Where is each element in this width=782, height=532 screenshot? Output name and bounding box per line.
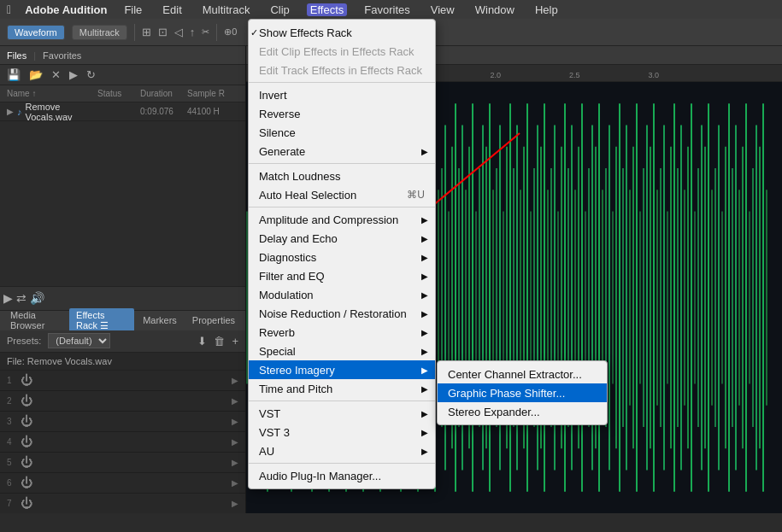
tab-markers[interactable]: Markers bbox=[136, 313, 184, 327]
effect-slot-6[interactable]: 6⏻▶ bbox=[0, 473, 245, 494]
menu-amplitude[interactable]: Amplitude and Compression bbox=[249, 210, 435, 229]
apple-menu[interactable]:  bbox=[7, 3, 11, 16]
show-effects-rack-label: Show Effects Rack bbox=[259, 26, 352, 39]
svg-rect-118 bbox=[646, 126, 648, 471]
multitrack-button[interactable]: Multitrack bbox=[72, 25, 127, 40]
menu-match-loudness[interactable]: Match Loudness bbox=[249, 167, 435, 185]
effect-slot-1[interactable]: 1⏻▶ bbox=[0, 371, 245, 391]
transport-volume[interactable]: 🔊 bbox=[30, 291, 44, 305]
menu-generate[interactable]: Generate bbox=[249, 142, 435, 161]
favorites-tab[interactable]: Favorites bbox=[43, 50, 81, 61]
transport-loop[interactable]: ⇄ bbox=[16, 291, 26, 305]
open-file-button[interactable]: 📂 bbox=[26, 67, 46, 83]
menu-special[interactable]: Special bbox=[249, 342, 435, 360]
play-file-button[interactable]: ▶ bbox=[66, 67, 81, 83]
menu-invert[interactable]: Invert bbox=[249, 85, 435, 104]
match-loudness-label: Match Loudness bbox=[259, 170, 340, 183]
menu-stereo-imagery[interactable]: Stereo Imagery Center Channel Extractor.… bbox=[249, 360, 435, 379]
menu-au[interactable]: AU bbox=[249, 441, 435, 460]
menu-show-effects-rack[interactable]: Show Effects Rack bbox=[249, 23, 435, 42]
noise-reduction-label: Noise Reduction / Restoration bbox=[259, 307, 407, 320]
menu-favorites[interactable]: Favorites bbox=[361, 3, 413, 16]
menu-delay-echo[interactable]: Delay and Echo bbox=[249, 229, 435, 248]
menu-sep-4 bbox=[249, 400, 435, 401]
menu-edit[interactable]: Edit bbox=[159, 3, 185, 16]
svg-rect-114 bbox=[632, 147, 634, 449]
auto-heal-shortcut: ⌘U bbox=[407, 189, 425, 201]
svg-rect-78 bbox=[509, 103, 511, 492]
bottom-tabs: Media Browser Effects Rack ☰ Markers Pro… bbox=[0, 310, 245, 330]
filter-eq-label: Filter and EQ bbox=[259, 270, 325, 283]
svg-rect-113 bbox=[629, 190, 631, 406]
menu-modulation[interactable]: Modulation bbox=[249, 285, 435, 304]
toolbar-level: ⊕0 bbox=[224, 26, 237, 38]
effects-rack: Presets: (Default) ⬇ 🗑 + File: Remove Vo… bbox=[0, 330, 245, 514]
files-list: ▶ ♪ Remove Vocals.wav 0:09.076 44100 H bbox=[0, 102, 245, 286]
delay-echo-label: Delay and Echo bbox=[259, 232, 338, 245]
waveform-button[interactable]: Waveform bbox=[7, 25, 65, 40]
effect-slot-7[interactable]: 7⏻▶ bbox=[0, 494, 245, 514]
submenu-center-channel[interactable]: Center Channel Extractor... bbox=[438, 365, 607, 383]
file-item[interactable]: ▶ ♪ Remove Vocals.wav 0:09.076 44100 H bbox=[0, 102, 245, 121]
files-tab[interactable]: Files bbox=[7, 50, 26, 61]
menu-auto-heal[interactable]: Auto Heal Selection ⌘U bbox=[249, 185, 435, 204]
submenu-stereo-expander[interactable]: Stereo Expander... bbox=[438, 402, 607, 421]
special-label: Special bbox=[259, 345, 296, 358]
svg-rect-145 bbox=[738, 190, 740, 406]
menu-window[interactable]: Window bbox=[472, 3, 518, 16]
effect-slot-4[interactable]: 4⏻▶ bbox=[0, 432, 245, 453]
menu-edit-clip-effects: Edit Clip Effects in Effects Rack bbox=[249, 42, 435, 61]
menu-clip[interactable]: Clip bbox=[267, 3, 292, 16]
svg-rect-138 bbox=[714, 168, 716, 427]
svg-rect-62 bbox=[455, 103, 456, 492]
transport-play[interactable]: ▶ bbox=[3, 291, 13, 305]
loop-file-button[interactable]: ↻ bbox=[83, 67, 99, 83]
svg-rect-122 bbox=[660, 168, 661, 427]
svg-rect-144 bbox=[735, 126, 737, 471]
menu-multitrack[interactable]: Multitrack bbox=[199, 3, 254, 16]
svg-rect-153 bbox=[766, 190, 767, 406]
menu-diagnostics[interactable]: Diagnostics bbox=[249, 248, 435, 266]
tab-properties[interactable]: Properties bbox=[185, 313, 242, 327]
reverb-label: Reverb bbox=[259, 326, 295, 339]
effect-slot-2[interactable]: 2⏻▶ bbox=[0, 391, 245, 412]
svg-rect-127 bbox=[677, 168, 679, 427]
menu-view[interactable]: View bbox=[427, 3, 458, 16]
graphic-phase-label: Graphic Phase Shifter... bbox=[448, 387, 565, 400]
effect-slot-5[interactable]: 5⏻▶ bbox=[0, 453, 245, 473]
presets-download-icon[interactable]: ⬇ bbox=[197, 335, 207, 348]
svg-rect-130 bbox=[687, 147, 689, 449]
menu-reverb[interactable]: Reverb bbox=[249, 323, 435, 342]
menu-time-pitch[interactable]: Time and Pitch bbox=[249, 379, 435, 398]
svg-rect-84 bbox=[530, 212, 532, 384]
menu-filter-eq[interactable]: Filter and EQ bbox=[249, 266, 435, 285]
svg-rect-83 bbox=[526, 103, 528, 492]
menu-audio-plugin-manager[interactable]: Audio Plug-In Manager... bbox=[249, 466, 435, 485]
menu-silence[interactable]: Silence bbox=[249, 123, 435, 142]
menu-effects[interactable]: Effects bbox=[307, 3, 348, 16]
svg-rect-99 bbox=[581, 103, 583, 492]
tab-media-browser[interactable]: Media Browser bbox=[3, 308, 68, 332]
svg-rect-107 bbox=[609, 126, 610, 471]
new-file-button[interactable]: 💾 bbox=[3, 67, 24, 83]
audio-plugin-label: Audio Plug-In Manager... bbox=[259, 470, 381, 482]
submenu-graphic-phase[interactable]: Graphic Phase Shifter... bbox=[438, 383, 607, 402]
menu-help[interactable]: Help bbox=[532, 3, 562, 16]
svg-rect-128 bbox=[680, 126, 682, 471]
close-file-button[interactable]: ✕ bbox=[48, 67, 64, 83]
presets-add-icon[interactable]: + bbox=[232, 335, 238, 348]
effect-slot-3[interactable]: 3⏻▶ bbox=[0, 412, 245, 432]
menu-reverse[interactable]: Reverse bbox=[249, 104, 435, 123]
menu-vst3[interactable]: VST 3 bbox=[249, 423, 435, 441]
presets-delete-icon[interactable]: 🗑 bbox=[214, 335, 225, 348]
menu-noise-reduction[interactable]: Noise Reduction / Restoration bbox=[249, 304, 435, 323]
center-channel-label: Center Channel Extractor... bbox=[448, 368, 582, 381]
menu-vst[interactable]: VST bbox=[249, 404, 435, 423]
svg-rect-76 bbox=[503, 212, 504, 384]
presets-select[interactable]: (Default) bbox=[48, 333, 110, 348]
app-name[interactable]: Adobe Audition bbox=[25, 3, 107, 16]
menu-file[interactable]: File bbox=[121, 3, 145, 16]
stereo-imagery-label: Stereo Imagery bbox=[259, 364, 335, 377]
tab-effects-rack[interactable]: Effects Rack ☰ bbox=[69, 308, 134, 333]
svg-rect-147 bbox=[745, 103, 747, 492]
